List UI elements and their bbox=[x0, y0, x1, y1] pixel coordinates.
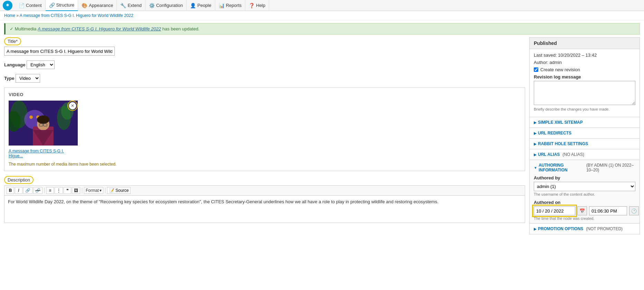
authored-on-date-input[interactable] bbox=[534, 206, 575, 215]
authoring-section: ▼ AUTHORING INFORMATION (By admin (1) on… bbox=[530, 160, 640, 223]
breadcrumb: Home » A message from CITES S-G I. Higue… bbox=[0, 11, 644, 20]
success-link[interactable]: A message from CITES S-G I. Higuero for … bbox=[38, 26, 161, 31]
language-label: Language bbox=[4, 62, 25, 67]
nav-appearance[interactable]: 🎨 Appearance bbox=[78, 0, 117, 11]
nav-people-label: People bbox=[197, 3, 211, 8]
date-picker-button[interactable]: 📅 bbox=[577, 206, 587, 215]
nav-help-label: Help bbox=[256, 3, 265, 8]
rabbit-hole-triangle: ▶ bbox=[534, 142, 537, 146]
nav-reports[interactable]: 📊 Reports bbox=[215, 0, 246, 11]
breadcrumb-link[interactable]: A message from CITES S-G I. Higuero for … bbox=[20, 13, 133, 18]
nav-configuration-label: Configuration bbox=[156, 3, 183, 8]
simple-xml-triangle: ▶ bbox=[534, 121, 537, 124]
video-thumbnail bbox=[9, 101, 78, 146]
create-revision-label: Create new revision bbox=[540, 67, 580, 72]
authored-by-hint: The username of the content author. bbox=[534, 192, 635, 196]
authoring-note: (By admin (1) on 2022–10–20) bbox=[586, 163, 635, 172]
toolbar-source[interactable]: 📝 Source bbox=[107, 187, 131, 194]
rabbit-hole-label: RABBIT HOLE SETTINGS bbox=[538, 141, 588, 146]
people-icon: 👤 bbox=[190, 3, 196, 8]
authored-on-label: Authored on bbox=[534, 200, 635, 205]
source-icon: 📝 bbox=[109, 188, 114, 193]
authoring-toggle[interactable]: ▼ AUTHORING INFORMATION (By admin (1) on… bbox=[534, 163, 635, 172]
revision-log-row: Revision log message Briefly describe th… bbox=[534, 74, 635, 111]
url-redirects-triangle: ▶ bbox=[534, 131, 537, 135]
promotion-toggle[interactable]: ▶ PROMOTION OPTIONS (Not promoted) bbox=[534, 226, 635, 231]
toolbar-ol[interactable]: ≡ bbox=[46, 187, 54, 194]
toolbar-sep1 bbox=[44, 188, 45, 193]
simple-xml-section: ▶ SIMPLE XML SITEMAP bbox=[530, 117, 640, 128]
video-thumb-inner bbox=[9, 101, 78, 146]
revision-log-textarea[interactable] bbox=[534, 81, 635, 105]
time-picker-button[interactable]: 🕐 bbox=[629, 206, 639, 215]
clock-icon: 🕐 bbox=[631, 208, 637, 214]
toolbar-ul[interactable]: ⋮ bbox=[55, 187, 63, 194]
nav-structure-label: Structure bbox=[56, 2, 75, 8]
video-section-title: VIDEO bbox=[9, 92, 521, 97]
breadcrumb-sep1: » bbox=[16, 13, 19, 18]
title-input[interactable] bbox=[4, 47, 115, 56]
toolbar-format-dropdown[interactable]: Format ▾ bbox=[84, 187, 103, 194]
description-editor-body[interactable]: For World Wildlife Day 2022, on the them… bbox=[4, 195, 525, 223]
toolbar-link[interactable]: 🔗 bbox=[23, 187, 32, 194]
editor-toolbar: B I 🔗 🔗 ≡ ⋮ ❝ 🖼 Format ▾ 📝 Source bbox=[4, 185, 525, 195]
nav-reports-label: Reports bbox=[226, 3, 242, 8]
toolbar-sep2 bbox=[82, 188, 82, 193]
drupal-logo[interactable] bbox=[3, 1, 12, 10]
nav-people[interactable]: 👤 People bbox=[187, 0, 215, 11]
video-thumbnail-container: ✕ bbox=[9, 101, 78, 146]
toolbar-image[interactable]: 🖼 bbox=[72, 187, 80, 194]
toolbar-unlink[interactable]: 🔗 bbox=[33, 187, 42, 194]
revision-log-label: Revision log message bbox=[534, 74, 581, 79]
language-select[interactable]: English French Spanish bbox=[27, 60, 55, 69]
author-label: Author: bbox=[534, 60, 548, 65]
authoring-triangle: ▼ bbox=[534, 166, 537, 170]
nav-extend-label: Extend bbox=[127, 3, 141, 8]
toolbar-italic[interactable]: I bbox=[15, 187, 22, 194]
create-revision-checkbox[interactable] bbox=[534, 67, 538, 72]
configuration-icon: ⚙️ bbox=[149, 3, 155, 8]
url-redirects-section: ▶ URL REDIRECTS bbox=[530, 128, 640, 138]
video-caption-link[interactable]: A message from CITES S-G I. Higue... bbox=[9, 149, 64, 158]
authored-on-time-input[interactable] bbox=[589, 206, 627, 215]
type-select[interactable]: Video Audio Image bbox=[16, 74, 40, 83]
nav-extend[interactable]: 🔧 Extend bbox=[117, 0, 145, 11]
authoring-label: AUTHORING INFORMATION bbox=[539, 163, 584, 172]
rabbit-hole-toggle[interactable]: ▶ RABBIT HOLE SETTINGS bbox=[534, 141, 635, 146]
promotion-note: (Not promoted) bbox=[586, 226, 623, 231]
main-content: Title* Language English French Spanish T… bbox=[4, 37, 525, 228]
structure-icon: 🔗 bbox=[49, 2, 55, 8]
breadcrumb-home[interactable]: Home bbox=[4, 13, 15, 18]
toolbar-format-arrow: ▾ bbox=[100, 188, 102, 193]
nav-content-label: Content bbox=[26, 3, 42, 8]
content-icon: 📄 bbox=[19, 3, 25, 8]
url-alias-toggle[interactable]: ▶ URL ALIAS (No alias) bbox=[534, 152, 635, 157]
authored-by-select[interactable]: admin (1) bbox=[534, 182, 635, 191]
url-redirects-toggle[interactable]: ▶ URL REDIRECTS bbox=[534, 131, 635, 135]
nav-content[interactable]: 📄 Content bbox=[15, 0, 46, 11]
toolbar-bold[interactable]: B bbox=[7, 187, 14, 194]
title-field-group: Title* bbox=[4, 37, 525, 56]
svg-point-12 bbox=[37, 115, 49, 124]
video-caption: A message from CITES S-G I. Higue... bbox=[9, 149, 78, 158]
video-frame-svg bbox=[9, 101, 78, 146]
nav-configuration[interactable]: ⚙️ Configuration bbox=[145, 0, 187, 11]
create-revision-row: Create new revision bbox=[534, 67, 635, 72]
max-media-note: The maximum number of media items have b… bbox=[9, 162, 521, 167]
url-alias-note: (No alias) bbox=[562, 152, 584, 157]
toolbar-quote[interactable]: ❝ bbox=[64, 187, 71, 194]
nav-structure[interactable]: 🔗 Structure bbox=[46, 0, 78, 11]
svg-point-8 bbox=[29, 115, 33, 119]
simple-xml-label: SIMPLE XML SITEMAP bbox=[538, 120, 583, 125]
status-title: Published bbox=[534, 40, 635, 46]
extend-icon: 🔧 bbox=[120, 3, 126, 8]
svg-point-1 bbox=[7, 4, 9, 6]
description-label: Description bbox=[4, 176, 34, 184]
url-redirects-label: URL REDIRECTS bbox=[538, 131, 571, 135]
sidebar-status-header: Published bbox=[530, 38, 640, 49]
simple-xml-toggle[interactable]: ▶ SIMPLE XML SITEMAP bbox=[534, 120, 635, 125]
nav-help[interactable]: ❓ Help bbox=[245, 0, 269, 11]
sidebar: Published Last saved: 10/20/2022 – 13:42… bbox=[529, 37, 640, 234]
remove-video-button[interactable]: ✕ bbox=[69, 102, 76, 110]
description-text: For World Wildlife Day 2022, on the them… bbox=[8, 199, 521, 204]
